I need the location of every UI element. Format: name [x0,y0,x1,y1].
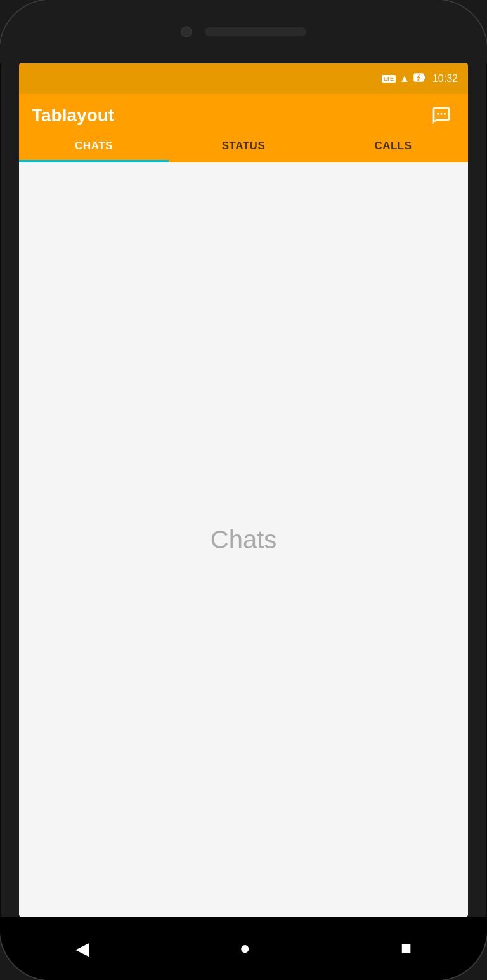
tab-status-label: STATUS [222,140,265,152]
lte-icon: LTE [382,75,396,83]
nav-home-button[interactable]: ● [240,938,250,958]
speaker [205,27,306,36]
signal-icon: ▲ [399,73,410,84]
svg-rect-4 [444,113,446,115]
screen-inner: LTE ▲ 10:32 Tablayou [19,63,468,917]
svg-rect-3 [441,113,443,115]
status-bar: LTE ▲ 10:32 [19,63,468,94]
tab-active-indicator [19,160,169,162]
screen: LTE ▲ 10:32 Tablayou [19,63,468,917]
content-placeholder-text: Chats [211,526,277,554]
app-bar: Tablayout [19,94,468,129]
tab-calls[interactable]: CALLS [318,129,468,162]
clock: 10:32 [432,73,458,84]
tab-chats[interactable]: CHATS [19,129,169,162]
content-area: Chats [19,162,468,917]
phone-top [0,0,487,63]
status-bar-icons: LTE ▲ 10:32 [382,72,458,86]
svg-rect-2 [437,113,439,115]
svg-rect-1 [424,76,425,79]
message-icon-button[interactable] [427,102,455,129]
nav-back-button[interactable]: ◀ [75,938,89,959]
phone-bottom-nav: ◀ ● ■ [0,917,487,980]
app-title: Tablayout [32,105,114,126]
tab-status[interactable]: STATUS [169,129,318,162]
battery-icon [413,72,426,86]
phone-frame: LTE ▲ 10:32 Tablayou [0,0,487,980]
tab-bar: CHATS STATUS CALLS [19,129,468,162]
tab-chats-label: CHATS [75,140,113,152]
nav-recent-button[interactable]: ■ [401,938,412,958]
tab-calls-label: CALLS [374,140,412,152]
camera [181,26,192,37]
